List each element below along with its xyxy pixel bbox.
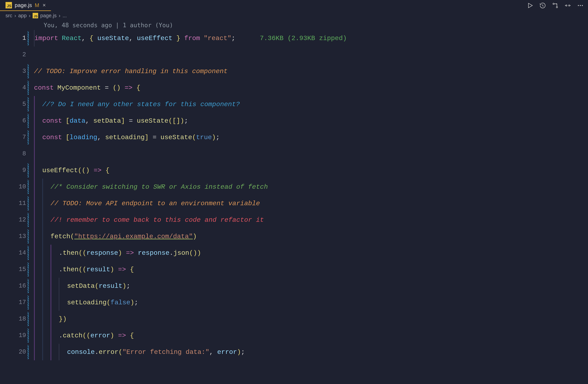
indent-guide <box>42 261 51 278</box>
code-line[interactable]: 2 <box>0 46 588 63</box>
breadcrumb-ellipsis[interactable]: ... <box>63 13 67 19</box>
code-line[interactable]: 12 //! remember to come back to this cod… <box>0 212 588 228</box>
gutter-modified-marker <box>28 81 29 95</box>
code-line[interactable]: 7 const [loading, setLoading] = useState… <box>0 129 588 146</box>
tab-bar: JS page.js M × <box>0 0 588 11</box>
identifier: catch <box>63 332 83 339</box>
line-number[interactable]: 20 <box>0 344 29 360</box>
identifier: React <box>62 35 82 42</box>
code-line[interactable]: 16 setData(result); <box>0 278 588 294</box>
code-line[interactable]: 6 const [data, setData] = useState([]); <box>0 113 588 129</box>
indent-guide <box>34 261 42 278</box>
code-line[interactable]: 20 console.error("Error fetching data:",… <box>0 344 588 360</box>
line-number[interactable]: 7 <box>0 129 29 146</box>
code-line[interactable]: 5 //? Do I need any other states for thi… <box>0 96 588 113</box>
indent-guide <box>51 278 59 294</box>
line-number[interactable]: 15 <box>0 261 29 278</box>
gutter-modified-marker <box>28 262 29 276</box>
svg-point-3 <box>568 5 570 6</box>
indent-guide <box>34 162 42 179</box>
indent-guide <box>51 311 59 327</box>
run-icon[interactable] <box>527 2 533 9</box>
indent-guide <box>42 294 51 311</box>
breadcrumb-segment[interactable]: src <box>5 13 12 19</box>
line-number[interactable]: 17 <box>0 294 29 311</box>
line-number[interactable]: 10 <box>0 179 29 195</box>
code-line[interactable]: 13 fetch("https://api.example.com/data") <box>0 228 588 245</box>
keyword: const <box>42 134 62 141</box>
code-line[interactable]: 4 const MyComponent = () => { <box>0 79 588 96</box>
code-line[interactable]: 15 .then((result) => { <box>0 261 588 278</box>
indent-guide <box>34 344 42 360</box>
line-number[interactable]: 8 <box>0 146 29 162</box>
code-line[interactable]: 14 .then((response) => response.json()) <box>0 245 588 261</box>
breadcrumb-segment[interactable]: page.js <box>40 13 57 19</box>
line-number[interactable]: 19 <box>0 327 29 344</box>
gutter-modified-marker <box>28 345 29 359</box>
line-number[interactable]: 13 <box>0 228 29 245</box>
gutter-modified-marker <box>28 130 29 144</box>
editor-tab[interactable]: JS page.js M × <box>0 0 51 11</box>
js-file-icon: JS <box>33 13 38 18</box>
identifier: MyComponent <box>57 85 101 91</box>
code-line[interactable]: 1 import React, { useState, useEffect } … <box>0 30 588 46</box>
git-blame-codelens[interactable]: You, 48 seconds ago | 1 author (You) <box>44 22 173 28</box>
gutter-modified-marker <box>28 163 29 177</box>
split-icon[interactable] <box>565 2 571 9</box>
indent-guide <box>34 212 42 228</box>
string-literal: "react" <box>204 35 231 42</box>
indent-guide <box>51 245 59 261</box>
comment-question: //? Do I need any other states for this … <box>42 101 240 108</box>
code-line[interactable]: 18 }) <box>0 311 588 327</box>
code-editor[interactable]: You, 48 seconds ago | 1 author (You) 1 i… <box>0 20 588 360</box>
comment-todo: // TODO: Move API endpoint to an environ… <box>51 200 260 207</box>
line-number[interactable]: 6 <box>0 113 29 129</box>
line-number[interactable]: 1 <box>0 30 29 46</box>
breadcrumb[interactable]: src › app › JS page.js › ... <box>0 11 588 20</box>
line-number[interactable]: 11 <box>0 195 29 212</box>
indent-guide <box>59 294 67 311</box>
keyword: const <box>34 85 54 91</box>
gutter-modified-marker <box>28 213 29 227</box>
code-line[interactable]: 17 setLoading(false); <box>0 294 588 311</box>
code-line[interactable]: 10 //* Consider switching to SWR or Axio… <box>0 179 588 195</box>
code-line[interactable]: 19 .catch((error) => { <box>0 327 588 344</box>
string-literal: "Error fetching data:" <box>122 349 209 355</box>
identifier: then <box>63 266 79 273</box>
line-number[interactable]: 14 <box>0 245 29 261</box>
identifier: setLoading <box>105 134 145 141</box>
breadcrumb-segment[interactable]: app <box>18 13 27 19</box>
import-size-hint: 7.36KB (2.93KB zipped) <box>260 35 347 42</box>
more-icon[interactable] <box>577 2 584 9</box>
line-number[interactable]: 2 <box>0 46 29 63</box>
indent-guide <box>42 327 51 344</box>
indent-guide <box>42 228 51 245</box>
chevron-right-icon: › <box>14 13 16 19</box>
indent-guide <box>34 294 42 311</box>
line-number[interactable]: 16 <box>0 278 29 294</box>
close-icon[interactable]: × <box>42 2 46 8</box>
boolean: false <box>110 299 130 306</box>
compare-icon[interactable] <box>552 2 559 9</box>
indent-guide <box>51 327 59 344</box>
line-number[interactable]: 5 <box>0 96 29 113</box>
identifier: useEffect <box>137 35 172 42</box>
code-line[interactable]: 9 useEffect(() => { <box>0 162 588 179</box>
indent-guide <box>34 245 42 261</box>
code-line[interactable]: 11 // TODO: Move API endpoint to an envi… <box>0 195 588 212</box>
svg-point-2 <box>566 5 567 6</box>
line-number[interactable]: 3 <box>0 63 29 79</box>
line-number[interactable]: 12 <box>0 212 29 228</box>
line-number[interactable]: 4 <box>0 79 29 96</box>
identifier: useState <box>97 35 129 42</box>
string-url[interactable]: "https://api.example.com/data" <box>74 233 193 240</box>
history-icon[interactable] <box>539 2 546 9</box>
line-number[interactable]: 18 <box>0 311 29 327</box>
indent-guide <box>34 228 42 245</box>
identifier: fetch <box>51 233 70 240</box>
code-line[interactable]: 3 // TODO: Improve error handling in thi… <box>0 63 588 79</box>
code-line[interactable]: 8 <box>0 146 588 162</box>
line-number[interactable]: 9 <box>0 162 29 179</box>
indent-guide <box>34 179 42 195</box>
indent-guide <box>59 278 67 294</box>
